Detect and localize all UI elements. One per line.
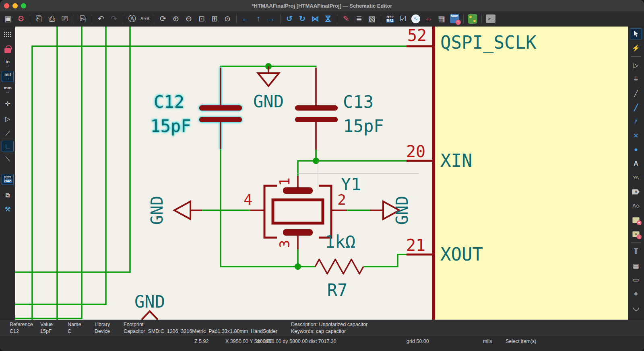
find-replace-icon[interactable]: A⇢B xyxy=(139,13,151,25)
add-junction-icon[interactable]: ● xyxy=(630,144,642,155)
refresh-icon[interactable]: ⟳ xyxy=(157,13,169,25)
hierarchy-navigator-icon[interactable]: ⧉ xyxy=(2,190,14,201)
capacitor-c13[interactable]: C13 15pF xyxy=(295,68,384,150)
add-wire-icon[interactable]: ╱ xyxy=(630,88,642,99)
export-bom-icon[interactable]: bom xyxy=(449,13,460,25)
zoom-out-icon[interactable]: ⊖ xyxy=(183,13,194,25)
redo-icon[interactable]: ↷ xyxy=(108,13,120,25)
schematic-setup-icon[interactable]: ⚙ xyxy=(15,13,27,25)
add-global-label-icon[interactable]: A xyxy=(630,186,642,197)
zoom-window-button[interactable] xyxy=(21,3,26,8)
gnd-symbol-right[interactable]: GND xyxy=(370,196,411,225)
add-hierarchical-label-icon[interactable]: A◇ xyxy=(630,200,642,211)
status-grid-size: grid 50.00 xyxy=(407,339,429,344)
zoom-fit-icon[interactable]: ⊡ xyxy=(196,13,207,25)
gnd-symbol-top[interactable]: GND xyxy=(253,66,284,111)
add-circle-icon[interactable]: ● xyxy=(630,288,642,299)
add-bus-entry-icon[interactable]: ⫽ xyxy=(630,116,642,127)
r7-reference[interactable]: R7 xyxy=(327,280,348,300)
add-netclass-directive-icon[interactable]: ?A xyxy=(630,172,642,183)
schematic-canvas[interactable]: GND C12 15pF C13 xyxy=(15,27,628,320)
nav-up-icon[interactable]: ↑ xyxy=(253,13,264,25)
plot-icon[interactable]: ⎚ xyxy=(59,13,70,25)
save-icon[interactable]: ▣ xyxy=(2,13,14,25)
units-mils-button[interactable]: mil↔ xyxy=(2,71,14,82)
nav-forward-icon[interactable]: → xyxy=(266,13,277,25)
simulator-icon[interactable]: ∿ xyxy=(410,13,421,25)
print-icon[interactable]: ⎙ xyxy=(46,13,58,25)
find-icon[interactable]: Ⓐ xyxy=(126,13,138,25)
undo-icon[interactable]: ↶ xyxy=(95,13,107,25)
crosshair-cursor-icon[interactable]: ✛ xyxy=(2,98,14,109)
zoom-in-icon[interactable]: ⊕ xyxy=(170,13,182,25)
gnd-left-label[interactable]: GND xyxy=(148,196,166,225)
selection-reference: C12 xyxy=(10,328,19,334)
c12-reference[interactable]: C12 xyxy=(154,92,184,112)
gnd-right-label[interactable]: GND xyxy=(393,196,411,225)
c13-reference[interactable]: C13 xyxy=(343,92,374,112)
units-inches-button[interactable]: in↔ xyxy=(2,58,14,69)
add-bus-icon[interactable]: ╱ xyxy=(630,102,642,113)
add-arc-icon[interactable] xyxy=(630,302,642,313)
zoom-objects-icon[interactable]: ⊞ xyxy=(209,13,220,25)
import-sheet-pin-icon[interactable]: A xyxy=(630,228,642,240)
y1-pin3-number: 3 xyxy=(277,240,293,248)
pin-xin-name: XIN xyxy=(440,150,472,171)
mirror-horizontal-icon[interactable]: ⋈ xyxy=(310,13,321,25)
symbol-library-browser-icon[interactable]: ≣ xyxy=(353,13,365,25)
select-tool-icon[interactable] xyxy=(630,28,642,39)
zoom-selection-icon[interactable]: ⊙ xyxy=(222,13,233,25)
paste-icon[interactable]: ⎘ xyxy=(77,13,89,25)
title-bar: *HTMAAFinalProj [HTMAAFinalProj] — Schem… xyxy=(0,0,644,11)
gnd-symbol-bottom[interactable]: GND xyxy=(134,292,165,320)
top-toolbar: ▣ ⚙ ⎗ ⎙ ⎚ ⎘ ↶ ↷ Ⓐ A⇢B ⟳ ⊕ ⊖ ⊡ ⊞ ⊙ ← ↑ → … xyxy=(0,11,644,27)
scripting-console-icon[interactable]: >_ xyxy=(485,13,496,25)
minimize-window-button[interactable] xyxy=(12,3,18,8)
c13-value[interactable]: 15pF xyxy=(343,116,384,136)
add-power-symbol-icon[interactable]: ⏚ xyxy=(630,74,642,85)
add-net-label-icon[interactable]: A xyxy=(630,158,642,169)
capacitor-c12[interactable]: C12 15pF xyxy=(150,68,242,149)
close-window-button[interactable] xyxy=(4,3,9,8)
ic-symbol-body[interactable] xyxy=(432,27,628,320)
units-mm-button[interactable]: mm↔ xyxy=(2,84,14,95)
footprint-editor-icon[interactable]: ▧ xyxy=(366,13,378,25)
add-symbol-icon[interactable]: ▷ xyxy=(630,60,642,71)
grid-override-lock-icon[interactable] xyxy=(2,43,14,55)
resistor-r7[interactable]: 1kΩ R7 xyxy=(315,232,363,300)
selection-keywords: Keywords: cap capacitor xyxy=(291,328,346,334)
gnd-symbol-left[interactable]: GND xyxy=(148,196,202,225)
annotate-icon[interactable]: R??R42 xyxy=(384,13,396,25)
assign-footprints-icon[interactable]: ⇔ xyxy=(423,13,434,25)
erc-icon[interactable]: ☑ xyxy=(397,13,409,25)
r7-value[interactable]: 1kΩ xyxy=(325,232,355,252)
gnd-top-label[interactable]: GND xyxy=(253,92,284,111)
no-connect-flag-icon[interactable]: ✕ xyxy=(630,130,642,141)
mirror-vertical-icon[interactable]: ⋈ xyxy=(322,13,334,25)
external-tools-icon[interactable]: ⚒ xyxy=(2,203,14,215)
y1-reference[interactable]: Y1 xyxy=(341,174,361,194)
gnd-bottom-label[interactable]: GND xyxy=(134,292,165,312)
symbol-editor-icon[interactable]: ✎ xyxy=(341,13,352,25)
c12-value[interactable]: 15pF xyxy=(150,116,191,136)
rotate-cw-icon[interactable]: ↻ xyxy=(297,13,308,25)
add-rectangle-icon[interactable]: ▭ xyxy=(630,274,642,285)
pcb-editor-icon[interactable] xyxy=(467,13,478,25)
add-text-icon[interactable]: T xyxy=(630,246,642,257)
show-hidden-pins-icon[interactable]: ▷ xyxy=(2,113,14,124)
pin-20-number: 20 xyxy=(406,142,425,161)
selection-info-bar: Reference Value Name Library Footprint D… xyxy=(0,320,644,336)
add-sheet-icon[interactable] xyxy=(630,214,642,226)
grid-toggle-icon[interactable] xyxy=(2,29,14,40)
highlight-net-icon[interactable]: ⚡ xyxy=(630,42,642,53)
wire-free-angle-icon[interactable]: ⟋ xyxy=(2,128,14,139)
nav-back-icon[interactable]: ← xyxy=(240,13,251,25)
add-text-box-icon[interactable]: ▤ xyxy=(630,260,642,271)
wire-45-degree-icon[interactable]: ⟍ xyxy=(2,154,14,165)
page-settings-icon[interactable]: ⎗ xyxy=(33,13,45,25)
annotate-auto-icon[interactable]: R??R42 xyxy=(2,174,14,185)
col-header-library: Library xyxy=(95,322,110,327)
symbol-fields-table-icon[interactable]: ▦ xyxy=(436,13,447,25)
rotate-ccw-icon[interactable]: ↺ xyxy=(284,13,295,25)
wire-90-degree-icon[interactable]: ∟ xyxy=(2,141,14,152)
